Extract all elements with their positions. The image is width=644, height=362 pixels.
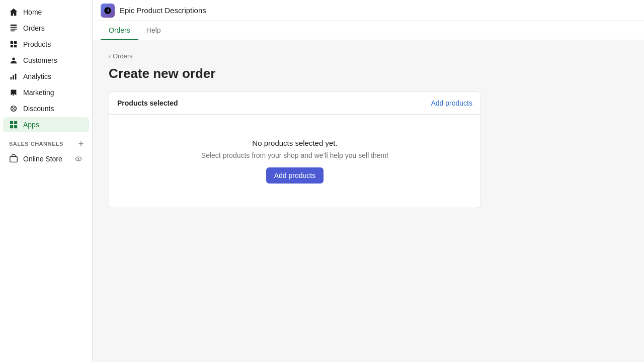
- sidebar: Home Orders Products Custo: [0, 0, 93, 362]
- svg-rect-3: [11, 31, 15, 32]
- svg-rect-11: [10, 121, 13, 124]
- sidebar-item-analytics-label: Analytics: [23, 72, 51, 80]
- breadcrumb[interactable]: ‹ Orders: [109, 52, 628, 60]
- svg-rect-2: [11, 29, 17, 30]
- empty-state-description: Select products from your shop and we'll…: [201, 151, 388, 159]
- sidebar-item-products-label: Products: [23, 40, 51, 48]
- add-sales-channel-button[interactable]: [76, 139, 86, 149]
- sales-channels-header: SALES CHANNELS: [0, 133, 92, 151]
- card-header: Products selected Add products: [109, 92, 480, 115]
- svg-rect-1: [11, 27, 17, 28]
- empty-state-title: No products selected yet.: [252, 139, 337, 147]
- app-logo: [101, 4, 115, 18]
- customers-icon: [9, 56, 18, 65]
- analytics-icon: [9, 72, 18, 81]
- svg-rect-0: [11, 25, 17, 26]
- home-icon: [9, 8, 18, 17]
- sidebar-item-discounts-label: Discounts: [23, 105, 54, 113]
- svg-rect-7: [15, 74, 17, 80]
- online-store-label: Online Store: [23, 155, 62, 163]
- app-title: Epic Product Descriptions: [120, 6, 206, 15]
- svg-rect-12: [14, 121, 17, 124]
- add-products-button[interactable]: Add products: [266, 167, 324, 184]
- sidebar-item-online-store[interactable]: Online Store: [3, 151, 89, 166]
- sidebar-item-marketing[interactable]: Marketing: [3, 85, 89, 100]
- card-header-title: Products selected: [117, 99, 178, 107]
- sidebar-item-apps-label: Apps: [23, 121, 39, 129]
- sales-channels-label: SALES CHANNELS: [9, 141, 63, 147]
- sidebar-item-home[interactable]: Home: [3, 5, 89, 20]
- sidebar-item-orders[interactable]: Orders: [3, 21, 89, 36]
- online-store-icon: [9, 154, 18, 163]
- tab-help[interactable]: Help: [138, 21, 169, 40]
- sidebar-item-customers-label: Customers: [23, 56, 57, 64]
- svg-rect-6: [13, 75, 14, 79]
- sidebar-item-discounts[interactable]: Discounts: [3, 101, 89, 116]
- sidebar-item-orders-label: Orders: [23, 24, 45, 32]
- products-card: Products selected Add products No produc…: [109, 92, 481, 208]
- page-title: Create new order: [109, 66, 628, 81]
- page-content: ‹ Orders Create new order Products selec…: [93, 40, 644, 362]
- sidebar-item-products[interactable]: Products: [3, 37, 89, 52]
- orders-icon: [9, 24, 18, 33]
- svg-point-4: [12, 58, 15, 60]
- apps-icon: [9, 120, 18, 129]
- sidebar-item-apps[interactable]: Apps: [3, 117, 89, 132]
- svg-point-17: [77, 158, 79, 159]
- marketing-icon: [9, 88, 18, 97]
- sidebar-item-customers[interactable]: Customers: [3, 53, 89, 68]
- svg-rect-15: [10, 157, 17, 162]
- products-icon: [9, 40, 18, 49]
- svg-rect-13: [10, 125, 13, 128]
- breadcrumb-text: Orders: [113, 52, 133, 60]
- sidebar-item-analytics[interactable]: Analytics: [3, 69, 89, 84]
- tab-orders[interactable]: Orders: [101, 21, 138, 40]
- topbar: Epic Product Descriptions: [93, 0, 644, 21]
- main-content: Epic Product Descriptions Orders Help ‹ …: [93, 0, 644, 362]
- add-products-header-link[interactable]: Add products: [431, 99, 473, 107]
- card-body: No products selected yet. Select product…: [109, 115, 480, 208]
- breadcrumb-chevron-icon: ‹: [109, 53, 111, 60]
- sidebar-item-marketing-label: Marketing: [23, 88, 54, 97]
- discounts-icon: [9, 104, 18, 113]
- svg-rect-5: [11, 77, 12, 79]
- tab-bar: Orders Help: [93, 21, 644, 40]
- online-store-visibility-icon[interactable]: [74, 154, 83, 163]
- sidebar-item-home-label: Home: [23, 8, 42, 16]
- svg-rect-14: [14, 125, 17, 128]
